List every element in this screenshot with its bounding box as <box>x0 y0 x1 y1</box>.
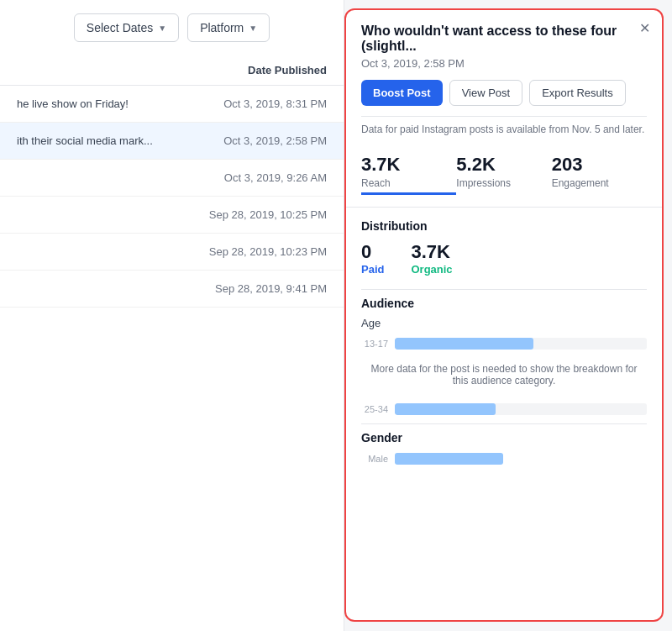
age-bar-fill <box>395 338 533 350</box>
row-date: Oct 3, 2019, 8:31 PM <box>223 97 327 110</box>
audience-title: Audience <box>361 297 647 310</box>
distribution-row: 0 Paid 3.7K Organic <box>361 241 647 276</box>
metrics-row: 3.7K Reach 5.2K Impressions 203 Engageme… <box>346 142 662 208</box>
gender-label-male: Male <box>361 454 388 464</box>
detail-panel: ✕ Who wouldn't want access to these four… <box>344 8 664 622</box>
detail-date: Oct 3, 2019, 2:58 PM <box>361 57 647 70</box>
age-chart: 13-17 <box>361 338 647 350</box>
audience-section: Audience Age 13-17 More data for the pos… <box>361 297 647 415</box>
engagement-label: Engagement <box>552 177 647 189</box>
gender-bar-fill-male <box>395 453 503 465</box>
table-row[interactable]: Sep 28, 2019, 10:23 PM <box>0 234 344 271</box>
age-row-13-17: 13-17 <box>361 338 647 350</box>
divider <box>361 423 647 424</box>
row-date: Oct 3, 2019, 9:26 AM <box>224 171 327 184</box>
detail-header: ✕ Who wouldn't want access to these four… <box>346 10 662 142</box>
table-row[interactable]: Sep 28, 2019, 10:25 PM <box>0 197 344 234</box>
row-date: Oct 3, 2019, 2:58 PM <box>223 134 327 147</box>
view-post-button[interactable]: View Post <box>449 80 523 106</box>
table-row[interactable]: he live show on Friday! Oct 3, 2019, 8:3… <box>0 86 344 123</box>
row-date: Sep 28, 2019, 10:25 PM <box>209 208 327 221</box>
organic-label: Organic <box>411 263 452 276</box>
row-date: Sep 28, 2019, 10:23 PM <box>209 245 327 258</box>
reach-value: 3.7K <box>361 154 456 176</box>
impressions-label: Impressions <box>456 177 551 189</box>
paid-value: 0 <box>361 241 384 263</box>
row-title: ith their social media mark... <box>17 134 185 147</box>
distribution-title: Distribution <box>361 219 647 233</box>
platform-label: Platform <box>200 21 244 34</box>
age-bar-bg-25-34 <box>395 403 647 415</box>
platform-button[interactable]: Platform ▼ <box>187 13 270 42</box>
age-label-25-34: 25-34 <box>361 404 388 414</box>
row-title: he live show on Friday! <box>17 97 185 110</box>
impressions-value: 5.2K <box>456 154 551 176</box>
select-dates-label: Select Dates <box>87 21 153 34</box>
row-date: Sep 28, 2019, 9:41 PM <box>215 282 327 295</box>
table-row[interactable]: Oct 3, 2019, 9:26 AM <box>0 160 344 197</box>
left-panel: Select Dates ▼ Platform ▼ Date Published… <box>0 0 344 631</box>
age-sub-label: Age <box>361 317 647 329</box>
chevron-down-icon: ▼ <box>249 24 257 33</box>
divider <box>361 289 647 290</box>
gender-title: Gender <box>361 431 647 444</box>
action-buttons: Boost Post View Post Export Results <box>361 80 647 106</box>
organic-value: 3.7K <box>411 241 452 263</box>
gender-section: Gender Male <box>361 431 647 465</box>
info-banner: Data for paid Instagram posts is availab… <box>361 116 647 142</box>
impressions-metric[interactable]: 5.2K Impressions <box>456 154 551 195</box>
more-data-notice: More data for the post is needed to show… <box>361 356 647 393</box>
chevron-down-icon: ▼ <box>158 24 166 33</box>
paid-distribution: 0 Paid <box>361 241 384 276</box>
age-label-13-17: 13-17 <box>361 339 388 349</box>
toolbar: Select Dates ▼ Platform ▼ <box>0 0 344 55</box>
detail-title: Who wouldn't want access to these four (… <box>361 24 647 54</box>
age-row-25-34: 25-34 <box>361 403 647 415</box>
date-published-header: Date Published <box>0 55 344 86</box>
paid-label: Paid <box>361 263 384 276</box>
boost-post-button[interactable]: Boost Post <box>361 80 443 106</box>
engagement-metric[interactable]: 203 Engagement <box>552 154 647 195</box>
detail-body: Distribution 0 Paid 3.7K Organic Audienc… <box>346 208 662 620</box>
age-bar-bg <box>395 338 647 350</box>
reach-metric[interactable]: 3.7K Reach <box>361 154 456 195</box>
age-chart-bottom: 25-34 <box>361 403 647 415</box>
select-dates-button[interactable]: Select Dates ▼ <box>74 13 179 42</box>
export-results-button[interactable]: Export Results <box>529 80 626 106</box>
table-row[interactable]: ith their social media mark... Oct 3, 20… <box>0 123 344 160</box>
engagement-value: 203 <box>552 154 647 176</box>
reach-label: Reach <box>361 177 456 189</box>
gender-row-male: Male <box>361 453 647 465</box>
table-row[interactable]: Sep 28, 2019, 9:41 PM <box>0 271 344 308</box>
close-button[interactable]: ✕ <box>639 22 650 35</box>
age-bar-fill-25-34 <box>395 403 496 415</box>
organic-distribution: 3.7K Organic <box>411 241 452 276</box>
